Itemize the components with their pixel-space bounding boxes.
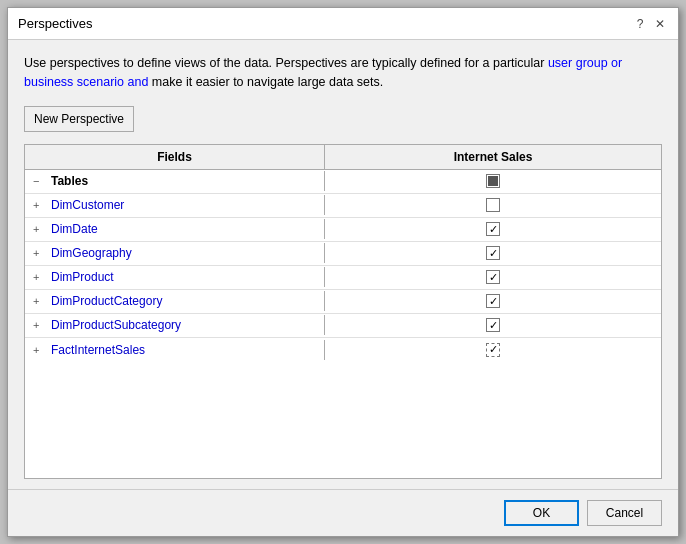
col-internet-sales-header: Internet Sales (325, 145, 661, 169)
perspectives-table: Fields Internet Sales −Tables+DimCustome… (24, 144, 662, 480)
title-bar: Perspectives ? ✕ (8, 8, 678, 40)
table-row: +DimProductCategory (25, 290, 661, 314)
row-check-cell (325, 315, 661, 335)
row-label[interactable]: DimCustomer (51, 198, 124, 212)
row-label[interactable]: DimDate (51, 222, 98, 236)
row-fields-cell: +DimProductCategory (25, 291, 325, 311)
table-row: +DimProductSubcategory (25, 314, 661, 338)
row-expand-icon[interactable]: + (33, 271, 45, 283)
row-fields-cell: +FactInternetSales (25, 340, 325, 360)
help-button[interactable]: ? (632, 16, 648, 32)
table-row: +DimGeography (25, 242, 661, 266)
row-label: Tables (51, 174, 88, 188)
description-text: Use perspectives to define views of the … (24, 54, 662, 92)
row-expand-icon[interactable]: + (33, 295, 45, 307)
table-row: +DimCustomer (25, 194, 661, 218)
row-fields-cell: +DimCustomer (25, 195, 325, 215)
title-bar-right: ? ✕ (632, 16, 668, 32)
row-check-cell (325, 219, 661, 239)
row-check-cell (325, 340, 661, 360)
table-body: −Tables+DimCustomer+DimDate+DimGeography… (25, 170, 661, 479)
checkbox[interactable] (486, 294, 500, 308)
row-fields-cell: +DimProduct (25, 267, 325, 287)
row-expand-icon[interactable]: + (33, 199, 45, 211)
row-check-cell (325, 267, 661, 287)
row-label[interactable]: DimProductSubcategory (51, 318, 181, 332)
checkbox[interactable] (486, 270, 500, 284)
new-perspective-button[interactable]: New Perspective (24, 106, 134, 132)
row-expand-icon[interactable]: + (33, 319, 45, 331)
row-check-cell (325, 171, 661, 191)
row-fields-cell: +DimDate (25, 219, 325, 239)
row-fields-cell: +DimProductSubcategory (25, 315, 325, 335)
checkbox[interactable] (486, 222, 500, 236)
table-header: Fields Internet Sales (25, 145, 661, 170)
checkbox[interactable] (486, 318, 500, 332)
title-bar-left: Perspectives (18, 16, 92, 31)
row-fields-cell: −Tables (25, 171, 325, 191)
row-expand-icon[interactable]: + (33, 247, 45, 259)
row-label[interactable]: DimProductCategory (51, 294, 162, 308)
row-check-cell (325, 291, 661, 311)
row-check-cell (325, 243, 661, 263)
row-expand-icon[interactable]: − (33, 175, 45, 187)
row-fields-cell: +DimGeography (25, 243, 325, 263)
close-button[interactable]: ✕ (652, 16, 668, 32)
table-row: −Tables (25, 170, 661, 194)
row-check-cell (325, 195, 661, 215)
table-row: +DimProduct (25, 266, 661, 290)
row-expand-icon[interactable]: + (33, 223, 45, 235)
row-label[interactable]: DimProduct (51, 270, 114, 284)
row-label[interactable]: DimGeography (51, 246, 132, 260)
checkbox[interactable] (486, 246, 500, 260)
dialog-footer: OK Cancel (8, 489, 678, 536)
ok-button[interactable]: OK (504, 500, 579, 526)
table-row: +DimDate (25, 218, 661, 242)
checkbox[interactable] (486, 198, 500, 212)
checkbox[interactable] (486, 343, 500, 357)
row-expand-icon[interactable]: + (33, 344, 45, 356)
perspectives-dialog: Perspectives ? ✕ Use perspectives to def… (7, 7, 679, 537)
dialog-title: Perspectives (18, 16, 92, 31)
cancel-button[interactable]: Cancel (587, 500, 662, 526)
row-label[interactable]: FactInternetSales (51, 343, 145, 357)
description-highlight: user group or business scenario and (24, 56, 622, 89)
dialog-body: Use perspectives to define views of the … (8, 40, 678, 489)
checkbox[interactable] (486, 174, 500, 188)
col-fields-header: Fields (25, 145, 325, 169)
table-row: +FactInternetSales (25, 338, 661, 362)
